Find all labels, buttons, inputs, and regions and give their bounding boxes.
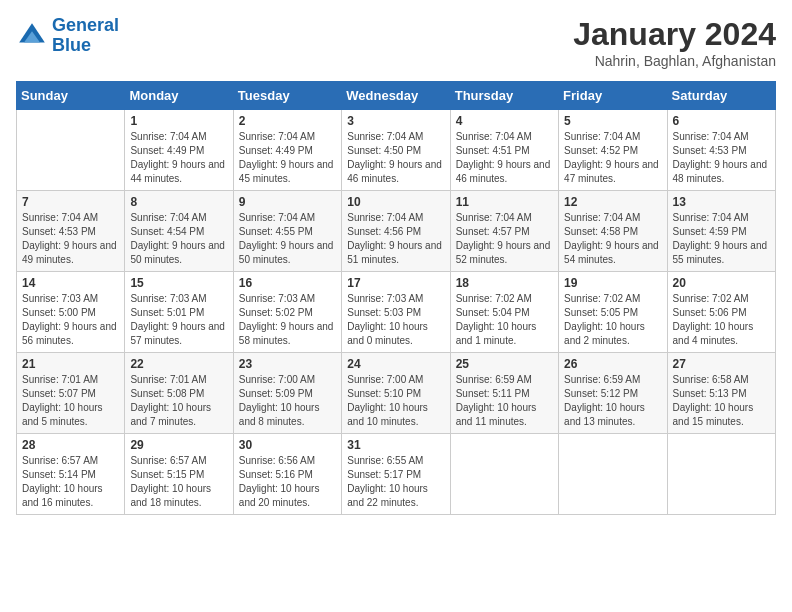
day-number: 24 (347, 357, 444, 371)
day-cell: 7Sunrise: 7:04 AMSunset: 4:53 PMDaylight… (17, 191, 125, 272)
day-cell: 6Sunrise: 7:04 AMSunset: 4:53 PMDaylight… (667, 110, 775, 191)
day-number: 9 (239, 195, 336, 209)
day-info: Sunrise: 6:55 AMSunset: 5:17 PMDaylight:… (347, 454, 444, 510)
logo: General Blue (16, 16, 119, 56)
day-cell: 4Sunrise: 7:04 AMSunset: 4:51 PMDaylight… (450, 110, 558, 191)
day-number: 28 (22, 438, 119, 452)
day-info: Sunrise: 7:01 AMSunset: 5:07 PMDaylight:… (22, 373, 119, 429)
day-cell: 12Sunrise: 7:04 AMSunset: 4:58 PMDayligh… (559, 191, 667, 272)
day-info: Sunrise: 7:02 AMSunset: 5:04 PMDaylight:… (456, 292, 553, 348)
day-number: 18 (456, 276, 553, 290)
day-cell: 21Sunrise: 7:01 AMSunset: 5:07 PMDayligh… (17, 353, 125, 434)
header-tuesday: Tuesday (233, 82, 341, 110)
day-number: 3 (347, 114, 444, 128)
day-info: Sunrise: 7:02 AMSunset: 5:06 PMDaylight:… (673, 292, 770, 348)
logo-line1: General (52, 15, 119, 35)
day-number: 10 (347, 195, 444, 209)
day-info: Sunrise: 7:04 AMSunset: 4:53 PMDaylight:… (673, 130, 770, 186)
logo-text: General Blue (52, 16, 119, 56)
day-cell: 30Sunrise: 6:56 AMSunset: 5:16 PMDayligh… (233, 434, 341, 515)
day-info: Sunrise: 7:04 AMSunset: 4:49 PMDaylight:… (130, 130, 227, 186)
day-info: Sunrise: 7:04 AMSunset: 4:54 PMDaylight:… (130, 211, 227, 267)
calendar-title: January 2024 (573, 16, 776, 53)
day-number: 4 (456, 114, 553, 128)
header-friday: Friday (559, 82, 667, 110)
day-cell: 26Sunrise: 6:59 AMSunset: 5:12 PMDayligh… (559, 353, 667, 434)
day-number: 16 (239, 276, 336, 290)
day-cell: 17Sunrise: 7:03 AMSunset: 5:03 PMDayligh… (342, 272, 450, 353)
page-header: General Blue January 2024 Nahrin, Baghla… (16, 16, 776, 69)
day-cell: 22Sunrise: 7:01 AMSunset: 5:08 PMDayligh… (125, 353, 233, 434)
day-cell: 27Sunrise: 6:58 AMSunset: 5:13 PMDayligh… (667, 353, 775, 434)
week-row-3: 21Sunrise: 7:01 AMSunset: 5:07 PMDayligh… (17, 353, 776, 434)
day-info: Sunrise: 6:59 AMSunset: 5:12 PMDaylight:… (564, 373, 661, 429)
day-cell (559, 434, 667, 515)
header-wednesday: Wednesday (342, 82, 450, 110)
day-info: Sunrise: 7:01 AMSunset: 5:08 PMDaylight:… (130, 373, 227, 429)
day-number: 5 (564, 114, 661, 128)
day-cell: 29Sunrise: 6:57 AMSunset: 5:15 PMDayligh… (125, 434, 233, 515)
day-info: Sunrise: 7:02 AMSunset: 5:05 PMDaylight:… (564, 292, 661, 348)
day-number: 20 (673, 276, 770, 290)
day-cell: 8Sunrise: 7:04 AMSunset: 4:54 PMDaylight… (125, 191, 233, 272)
day-cell: 14Sunrise: 7:03 AMSunset: 5:00 PMDayligh… (17, 272, 125, 353)
day-info: Sunrise: 6:58 AMSunset: 5:13 PMDaylight:… (673, 373, 770, 429)
week-row-4: 28Sunrise: 6:57 AMSunset: 5:14 PMDayligh… (17, 434, 776, 515)
day-number: 7 (22, 195, 119, 209)
day-number: 23 (239, 357, 336, 371)
day-cell: 2Sunrise: 7:04 AMSunset: 4:49 PMDaylight… (233, 110, 341, 191)
day-info: Sunrise: 7:00 AMSunset: 5:10 PMDaylight:… (347, 373, 444, 429)
day-number: 22 (130, 357, 227, 371)
day-info: Sunrise: 6:59 AMSunset: 5:11 PMDaylight:… (456, 373, 553, 429)
day-cell (17, 110, 125, 191)
day-info: Sunrise: 7:04 AMSunset: 4:51 PMDaylight:… (456, 130, 553, 186)
logo-icon (16, 20, 48, 52)
calendar-header: Sunday Monday Tuesday Wednesday Thursday… (17, 82, 776, 110)
day-number: 2 (239, 114, 336, 128)
day-cell: 9Sunrise: 7:04 AMSunset: 4:55 PMDaylight… (233, 191, 341, 272)
day-cell: 10Sunrise: 7:04 AMSunset: 4:56 PMDayligh… (342, 191, 450, 272)
week-row-2: 14Sunrise: 7:03 AMSunset: 5:00 PMDayligh… (17, 272, 776, 353)
title-block: January 2024 Nahrin, Baghlan, Afghanista… (573, 16, 776, 69)
day-cell: 31Sunrise: 6:55 AMSunset: 5:17 PMDayligh… (342, 434, 450, 515)
day-number: 8 (130, 195, 227, 209)
day-number: 12 (564, 195, 661, 209)
day-cell: 19Sunrise: 7:02 AMSunset: 5:05 PMDayligh… (559, 272, 667, 353)
day-info: Sunrise: 7:00 AMSunset: 5:09 PMDaylight:… (239, 373, 336, 429)
day-cell: 11Sunrise: 7:04 AMSunset: 4:57 PMDayligh… (450, 191, 558, 272)
day-number: 25 (456, 357, 553, 371)
day-info: Sunrise: 7:04 AMSunset: 4:50 PMDaylight:… (347, 130, 444, 186)
header-monday: Monday (125, 82, 233, 110)
day-number: 17 (347, 276, 444, 290)
day-number: 26 (564, 357, 661, 371)
day-cell (667, 434, 775, 515)
day-cell: 24Sunrise: 7:00 AMSunset: 5:10 PMDayligh… (342, 353, 450, 434)
header-row: Sunday Monday Tuesday Wednesday Thursday… (17, 82, 776, 110)
day-info: Sunrise: 7:04 AMSunset: 4:52 PMDaylight:… (564, 130, 661, 186)
day-info: Sunrise: 7:04 AMSunset: 4:58 PMDaylight:… (564, 211, 661, 267)
day-info: Sunrise: 6:57 AMSunset: 5:14 PMDaylight:… (22, 454, 119, 510)
day-number: 13 (673, 195, 770, 209)
day-number: 1 (130, 114, 227, 128)
day-cell: 15Sunrise: 7:03 AMSunset: 5:01 PMDayligh… (125, 272, 233, 353)
day-cell: 5Sunrise: 7:04 AMSunset: 4:52 PMDaylight… (559, 110, 667, 191)
day-info: Sunrise: 7:04 AMSunset: 4:59 PMDaylight:… (673, 211, 770, 267)
day-cell: 18Sunrise: 7:02 AMSunset: 5:04 PMDayligh… (450, 272, 558, 353)
calendar-subtitle: Nahrin, Baghlan, Afghanistan (573, 53, 776, 69)
day-number: 11 (456, 195, 553, 209)
day-cell: 1Sunrise: 7:04 AMSunset: 4:49 PMDaylight… (125, 110, 233, 191)
day-number: 21 (22, 357, 119, 371)
day-number: 30 (239, 438, 336, 452)
day-info: Sunrise: 7:03 AMSunset: 5:01 PMDaylight:… (130, 292, 227, 348)
day-info: Sunrise: 7:04 AMSunset: 4:55 PMDaylight:… (239, 211, 336, 267)
calendar-table: Sunday Monday Tuesday Wednesday Thursday… (16, 81, 776, 515)
day-info: Sunrise: 6:56 AMSunset: 5:16 PMDaylight:… (239, 454, 336, 510)
day-number: 14 (22, 276, 119, 290)
header-thursday: Thursday (450, 82, 558, 110)
day-info: Sunrise: 7:03 AMSunset: 5:00 PMDaylight:… (22, 292, 119, 348)
header-saturday: Saturday (667, 82, 775, 110)
day-number: 27 (673, 357, 770, 371)
day-number: 29 (130, 438, 227, 452)
logo-line2: Blue (52, 35, 91, 55)
day-cell: 28Sunrise: 6:57 AMSunset: 5:14 PMDayligh… (17, 434, 125, 515)
